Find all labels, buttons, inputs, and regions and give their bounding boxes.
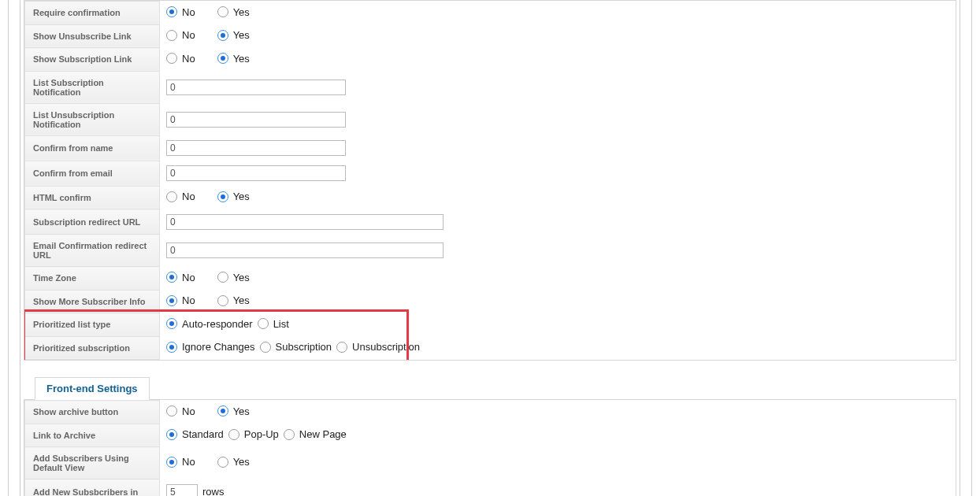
field-label-show-archive-button: Show archive button (25, 401, 160, 424)
radio-prioritized-list-type-auto-responder[interactable]: Auto-responder (166, 318, 256, 330)
radio-group-prioritized-list-type: Auto-responderList (166, 320, 294, 331)
radio-prioritized-subscription-subscription[interactable]: Subscription (260, 341, 336, 353)
radio-group-prioritized-subscription: Ignore ChangesSubscriptionUnsubscription (166, 344, 425, 355)
field-label-show-subscription-link: Show Subscription Link (25, 48, 160, 72)
radio-label: Yes (233, 405, 250, 417)
field-cell (160, 209, 956, 235)
radio-label: Unsubscription (352, 341, 420, 353)
list-unsubscription-notification-input[interactable] (166, 112, 346, 128)
radio-dot-icon (217, 405, 228, 416)
radio-dot-icon (228, 429, 239, 440)
field-cell: NoYes (160, 186, 956, 209)
radio-label: No (182, 272, 195, 283)
radio-show-unsubscribe-link-yes[interactable]: Yes (217, 29, 250, 41)
table-row: Prioritized subscriptionIgnore ChangesSu… (25, 336, 956, 360)
field-label-add-new-subsbcribers-in: Add New Subsbcribers in (25, 479, 160, 497)
field-cell: NoYes (160, 48, 956, 72)
radio-dot-icon (217, 53, 228, 64)
field-label-list-subscription-notification: List Subscription Notification (25, 71, 160, 103)
radio-dot-icon (284, 429, 295, 440)
radio-show-unsubscribe-link-no[interactable]: No (166, 29, 195, 41)
settings-table-2: Show archive buttonNoYesLink to ArchiveS… (24, 400, 956, 496)
radio-dot-icon (217, 295, 228, 306)
field-label-link-to-archive: Link to Archive (25, 424, 160, 447)
field-cell: Ignore ChangesSubscriptionUnsubscription (160, 336, 956, 360)
table-row: Confirm from email (25, 161, 956, 186)
radio-dot-icon (166, 295, 177, 306)
radio-label: Yes (233, 294, 250, 306)
radio-require-confirmation-no[interactable]: No (166, 6, 195, 18)
confirm-from-name-input[interactable] (166, 140, 346, 156)
table-row: Show Subscription LinkNoYes (25, 48, 956, 72)
frontend-settings-tab[interactable]: Front-end Settings (35, 377, 150, 400)
radio-show-more-subscriber-info-no[interactable]: No (166, 294, 195, 306)
table-row: Time ZoneNoYes (25, 267, 956, 291)
radio-show-subscription-link-no[interactable]: No (166, 53, 195, 65)
radio-dot-icon (166, 6, 177, 17)
radio-dot-icon (166, 272, 177, 283)
field-label-subscription-redirect-url: Subscription redirect URL (25, 209, 160, 235)
radio-show-archive-button-yes[interactable]: Yes (217, 405, 250, 417)
table-row: Link to ArchiveStandardPop-UpNew Page (25, 424, 956, 447)
field-cell (160, 103, 956, 135)
confirm-from-email-input[interactable] (166, 165, 346, 181)
radio-time-zone-yes[interactable]: Yes (217, 272, 250, 283)
radio-html-confirm-yes[interactable]: Yes (217, 191, 250, 202)
field-cell (160, 161, 956, 186)
table-row: Show archive buttonNoYes (25, 401, 956, 424)
radio-prioritized-list-type-list[interactable]: List (258, 318, 292, 330)
radio-label: Standard (182, 428, 224, 440)
radio-prioritized-subscription-unsubscription[interactable]: Unsubscription (336, 341, 423, 353)
field-label-confirm-from-name: Confirm from name (25, 135, 160, 161)
radio-label: Subscription (276, 341, 332, 353)
table-row: Confirm from name (25, 135, 956, 161)
radio-label: No (182, 29, 195, 41)
radio-dot-icon (166, 342, 177, 353)
radio-dot-icon (166, 30, 177, 41)
radio-label: No (182, 405, 195, 417)
table-row: Show Unsubscribe LinkNoYes (25, 24, 956, 48)
radio-link-to-archive-new-page[interactable]: New Page (284, 428, 350, 440)
field-label-show-more-subscriber-info: Show More Subscriber Info (25, 290, 160, 313)
radio-html-confirm-no[interactable]: No (166, 191, 195, 202)
radio-label: List (273, 318, 289, 330)
radio-dot-icon (336, 342, 347, 353)
radio-label: Yes (233, 29, 250, 41)
table-row: List Subscription Notification (25, 71, 956, 103)
email-confirmation-redirect-url-input[interactable] (166, 242, 444, 258)
table-row: Show More Subscriber InfoNoYes (25, 290, 956, 313)
radio-prioritized-subscription-ignore-changes[interactable]: Ignore Changes (166, 341, 258, 353)
settings-table-1: Require confirmationNoYesShow Unsubscrib… (24, 1, 956, 360)
subscription-redirect-url-input[interactable] (166, 214, 444, 230)
radio-show-subscription-link-yes[interactable]: Yes (217, 53, 250, 65)
field-cell (160, 135, 956, 161)
radio-dot-icon (166, 191, 177, 202)
radio-label: Ignore Changes (182, 341, 255, 353)
rows-suffix-label: rows (202, 486, 224, 497)
radio-dot-icon (166, 53, 177, 64)
table-row: Prioritized list typeAuto-responderList (25, 313, 956, 337)
field-label-email-confirmation-redirect-url: Email Confirmation redirect URL (25, 235, 160, 267)
list-subscription-notification-input[interactable] (166, 80, 346, 95)
field-cell: NoYes (160, 401, 956, 424)
radio-label: Pop-Up (244, 428, 279, 440)
field-label-html-confirm: HTML confirm (25, 186, 160, 209)
radio-link-to-archive-standard[interactable]: Standard (166, 428, 227, 440)
field-label-confirm-from-email: Confirm from email (25, 161, 160, 186)
radio-dot-icon (258, 318, 269, 329)
radio-dot-icon (260, 342, 271, 353)
field-cell: Auto-responderList (160, 313, 956, 337)
field-cell: rows (160, 479, 956, 497)
table-row: Add New Subsbcribers inrows (25, 479, 956, 497)
radio-dot-icon (217, 272, 228, 283)
radio-label: No (182, 456, 195, 468)
radio-show-more-subscriber-info-yes[interactable]: Yes (217, 294, 250, 306)
radio-add-subscribers-using-default-view-yes[interactable]: Yes (217, 456, 250, 468)
radio-add-subscribers-using-default-view-no[interactable]: No (166, 456, 195, 468)
radio-time-zone-no[interactable]: No (166, 272, 195, 283)
radio-show-archive-button-no[interactable]: No (166, 405, 195, 417)
radio-label: Yes (233, 6, 250, 18)
radio-require-confirmation-yes[interactable]: Yes (217, 6, 250, 18)
radio-link-to-archive-pop-up[interactable]: Pop-Up (228, 428, 282, 440)
add-new-subsbcribers-in-input[interactable] (166, 484, 198, 497)
